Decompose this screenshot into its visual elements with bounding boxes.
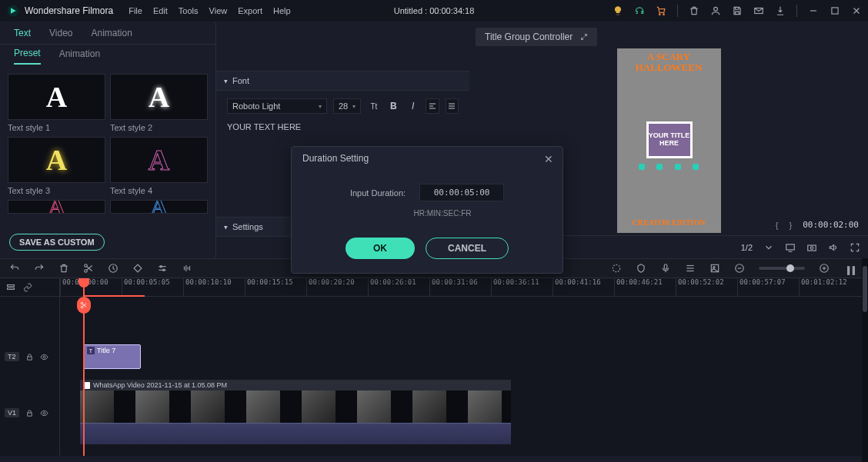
marker-icon[interactable] xyxy=(636,263,646,274)
preset-item[interactable]: A Text style 3 xyxy=(8,137,105,195)
font-family-select[interactable]: Roboto Light▾ xyxy=(227,98,327,114)
media-icon[interactable] xyxy=(709,263,720,274)
italic-icon[interactable]: I xyxy=(406,98,419,114)
zoom-in-icon[interactable] xyxy=(819,263,830,274)
link-icon[interactable] xyxy=(23,283,32,292)
eye-icon[interactable] xyxy=(40,409,48,417)
track-t2[interactable]: T Title 7 xyxy=(60,343,862,371)
svg-rect-44 xyxy=(853,266,855,275)
video-clip-label: WhatsApp Video 2021-11-15 at 1.05.08 PM xyxy=(93,381,227,389)
inspector-panel: Text Video Animation Preset Animation A … xyxy=(0,22,215,258)
bracket-close-icon[interactable]: } xyxy=(789,221,792,230)
duration-hint: HR:MIN:SEC:FR xyxy=(346,209,539,218)
cancel-button[interactable]: CANCEL xyxy=(426,238,509,259)
bold-icon[interactable]: B xyxy=(387,98,400,114)
save-icon[interactable] xyxy=(732,5,743,16)
trash-icon[interactable] xyxy=(689,5,699,16)
track-manager-icon[interactable] xyxy=(6,283,15,292)
vertical-scrollbar[interactable] xyxy=(862,258,868,462)
split-icon[interactable] xyxy=(83,263,94,274)
preset-item[interactable]: A Text style 1 xyxy=(8,74,105,132)
zoom-slider[interactable] xyxy=(759,267,805,270)
svg-rect-49 xyxy=(28,413,32,416)
maximize-icon[interactable] xyxy=(830,5,840,16)
preset-item[interactable]: A Text style 2 xyxy=(110,74,208,132)
work-area-bar[interactable] xyxy=(83,295,145,297)
menu-export[interactable]: Export xyxy=(238,6,262,15)
zoom-out-icon[interactable] xyxy=(734,263,745,274)
undo-icon[interactable] xyxy=(9,263,20,274)
cart-icon[interactable] xyxy=(656,5,666,16)
duration-input[interactable] xyxy=(419,184,504,201)
preset-item[interactable]: A Text style 4 xyxy=(110,137,208,195)
track-v1[interactable]: WhatsApp Video 2021-11-15 at 1.05.08 PM xyxy=(60,380,862,446)
preset-item[interactable]: A xyxy=(8,200,105,214)
menu-tools[interactable]: Tools xyxy=(179,6,199,15)
menu-edit[interactable]: Edit xyxy=(153,6,168,15)
preset-item[interactable]: A xyxy=(110,200,208,214)
ok-button[interactable]: OK xyxy=(346,238,415,259)
audio-icon[interactable] xyxy=(182,263,192,274)
align-justify-icon[interactable] xyxy=(446,98,459,114)
svg-rect-45 xyxy=(8,284,15,286)
track-area[interactable]: 00:00:00:00 00:00:05:05 00:00:10:10 00:0… xyxy=(60,278,862,456)
zoom-fit-icon[interactable] xyxy=(843,263,859,274)
close-icon[interactable]: ✕ xyxy=(544,153,553,165)
snapshot-icon[interactable] xyxy=(806,242,817,253)
page-fraction: 1/2 xyxy=(741,243,753,252)
render-icon[interactable] xyxy=(611,263,622,274)
font-size-select[interactable]: 28▾ xyxy=(333,98,361,114)
svg-rect-15 xyxy=(786,244,795,249)
volume-icon[interactable] xyxy=(828,242,839,253)
display-icon[interactable] xyxy=(785,242,796,253)
chevron-down-icon[interactable] xyxy=(763,242,774,253)
preset-grid: A Text style 1 A Text style 2 A Text sty… xyxy=(0,68,215,229)
text-transform-icon[interactable]: Tt xyxy=(367,98,380,114)
menu-help[interactable]: Help xyxy=(273,6,291,15)
eye-icon[interactable] xyxy=(40,353,48,361)
crop-icon[interactable] xyxy=(132,263,143,274)
bracket-open-icon[interactable]: { xyxy=(776,221,779,230)
tab-animation[interactable]: Animation xyxy=(92,28,132,38)
close-icon[interactable] xyxy=(851,5,862,16)
menu-file[interactable]: File xyxy=(129,6,142,15)
lock-icon[interactable] xyxy=(25,409,34,417)
svg-rect-17 xyxy=(808,245,816,251)
fullscreen-icon[interactable] xyxy=(850,242,860,253)
record-icon[interactable] xyxy=(660,263,671,274)
adjust-icon[interactable] xyxy=(157,263,168,274)
time-ruler[interactable]: 00:00:00:00 00:00:05:05 00:00:10:10 00:0… xyxy=(60,278,862,297)
inspector-tabs: Text Video Animation xyxy=(0,22,215,45)
preview-canvas[interactable]: A SCARY HALLOWEEN YOUR TITLE HERE CREATO… xyxy=(617,48,721,233)
headset-icon[interactable] xyxy=(634,5,645,16)
tab-video[interactable]: Video xyxy=(49,28,72,38)
scissors-handle[interactable] xyxy=(77,297,91,314)
lightbulb-icon[interactable] xyxy=(613,5,623,16)
video-clip[interactable]: WhatsApp Video 2021-11-15 at 1.05.08 PM xyxy=(80,380,511,444)
user-icon[interactable] xyxy=(710,5,721,16)
tab-text[interactable]: Text xyxy=(14,28,31,38)
menu-view[interactable]: View xyxy=(209,6,228,15)
save-as-custom-button[interactable]: SAVE AS CUSTOM xyxy=(9,234,105,251)
font-section-header[interactable]: Font xyxy=(216,71,469,91)
minimize-icon[interactable] xyxy=(808,5,819,16)
speed-icon[interactable] xyxy=(108,263,119,274)
redo-icon[interactable] xyxy=(34,263,45,274)
delete-icon[interactable] xyxy=(58,263,69,274)
mixer-icon[interactable] xyxy=(685,263,696,274)
dialog-title: Duration Setting xyxy=(292,147,563,170)
svg-point-2 xyxy=(663,14,665,15)
subtab-animation[interactable]: Animation xyxy=(59,48,100,64)
text-content-input[interactable] xyxy=(227,122,459,131)
lock-icon[interactable] xyxy=(25,353,34,361)
download-icon[interactable] xyxy=(775,5,786,16)
timeline: T2 V1 00:00:00:00 00:00:05:05 00:00:10:1… xyxy=(0,278,862,456)
title-bar: Wondershare Filmora File Edit Tools View… xyxy=(0,0,868,22)
align-left-icon[interactable] xyxy=(426,98,439,114)
title-clip[interactable]: T Title 7 xyxy=(83,344,141,369)
title-group-controller-button[interactable]: Title Group Controller xyxy=(476,28,597,46)
mail-icon[interactable] xyxy=(753,5,764,16)
subtab-preset[interactable]: Preset xyxy=(14,48,41,65)
preview-bottom-text: CREATOR EDITION xyxy=(617,218,721,227)
duration-setting-dialog: Duration Setting ✕ Input Duration: HR:MI… xyxy=(291,146,563,274)
